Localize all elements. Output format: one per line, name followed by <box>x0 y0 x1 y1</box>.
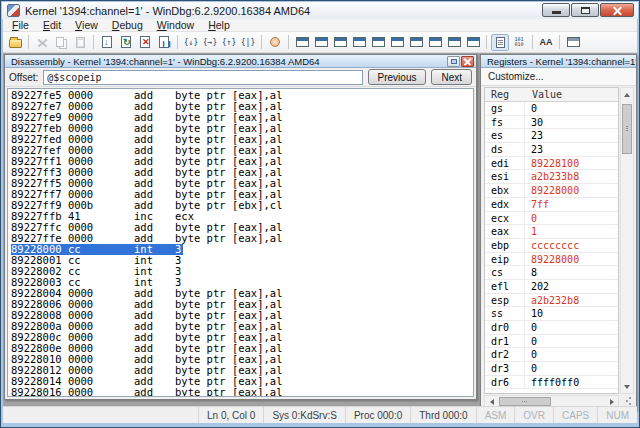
window-icon <box>372 37 385 47</box>
arrow-up-icon <box>624 93 630 97</box>
event-filters-button[interactable] <box>464 34 482 51</box>
register-row-ecx[interactable]: ecx0 <box>485 212 618 226</box>
window-icon <box>391 37 404 47</box>
disassembly-title-bar[interactable]: Disassembly - Kernel '1394:channel=1' - … <box>5 55 476 68</box>
register-row-eax[interactable]: eax1 <box>485 225 618 239</box>
register-name: dr6 <box>485 376 525 389</box>
processes-threads-button[interactable] <box>445 34 463 51</box>
register-row-dr1[interactable]: dr10 <box>485 335 618 349</box>
register-name: dr0 <box>485 321 525 334</box>
register-name: ecx <box>485 212 525 225</box>
disassembly-line[interactable]: 89228016 0000addbyte ptr [eax],al <box>8 387 473 397</box>
scratch-pad-button[interactable] <box>426 34 444 51</box>
toolbar-separator <box>28 35 29 49</box>
register-row-dr3[interactable]: dr30 <box>485 362 618 376</box>
register-row-dr2[interactable]: dr20 <box>485 348 618 362</box>
disassembly-content[interactable]: 89227fe5 0000addbyte ptr [eax],al89227fe… <box>7 88 474 397</box>
toolbar-separator <box>261 35 262 49</box>
register-row-esi[interactable]: esia2b233b8 <box>485 170 618 184</box>
source-mode-on-button[interactable] <box>491 34 509 51</box>
copy-button[interactable] <box>52 34 70 51</box>
menu-help[interactable]: Help <box>201 19 237 31</box>
toolbar-separator <box>486 35 487 49</box>
menu-debug[interactable]: Debug <box>105 19 150 31</box>
step-into-button[interactable]: {↓} <box>182 34 200 51</box>
insert-remove-breakpoint-button[interactable] <box>266 34 284 51</box>
customize-button[interactable]: Customize... <box>488 71 544 82</box>
registers-window-button[interactable] <box>350 34 368 51</box>
menu-view[interactable]: View <box>68 19 105 31</box>
source-mode-off-button[interactable]: 101 010 <box>510 34 528 51</box>
open-source-file-button[interactable] <box>6 34 24 51</box>
status-thrd-000-0: Thrd 000:0 <box>410 407 475 423</box>
locals-window-button[interactable] <box>331 34 349 51</box>
close-icon <box>464 58 471 65</box>
menu-edit[interactable]: Edit <box>36 19 68 31</box>
windbg-app-icon <box>7 4 20 17</box>
register-row-fs[interactable]: fs30 <box>485 116 618 130</box>
run-to-cursor-button[interactable]: {|} <box>239 34 257 51</box>
scroll-up-button[interactable] <box>621 88 633 101</box>
menu-window[interactable]: Window <box>150 19 201 31</box>
register-row-dr0[interactable]: dr00 <box>485 321 618 335</box>
window-icon <box>429 37 442 47</box>
close-icon <box>613 6 622 15</box>
vertical-scrollbar[interactable] <box>620 87 634 394</box>
register-row-cs[interactable]: cs8 <box>485 266 618 280</box>
minimize-button[interactable] <box>542 3 570 17</box>
cut-button[interactable] <box>33 34 51 51</box>
offset-label: Offset: <box>9 72 38 83</box>
disassembly-window-button[interactable] <box>407 34 425 51</box>
scissors-icon <box>37 37 48 48</box>
instruction-operands: byte ptr [eax],al <box>175 386 282 397</box>
scroll-down-button[interactable] <box>621 380 633 393</box>
restart-button[interactable] <box>117 34 135 51</box>
next-button[interactable]: Next <box>431 69 472 85</box>
disassembly-dock-button[interactable] <box>447 56 460 67</box>
registers-title-bar[interactable]: Registers - Kernel '1394:channel=1' - W <box>481 55 636 68</box>
page-icon <box>159 36 169 48</box>
register-row-ds[interactable]: ds23 <box>485 143 618 157</box>
register-row-ebx[interactable]: ebx89228000 <box>485 184 618 198</box>
maximize-button[interactable] <box>571 3 599 17</box>
previous-button[interactable]: Previous <box>368 69 427 85</box>
go-button[interactable] <box>98 34 116 51</box>
register-row-eip[interactable]: eip89228000 <box>485 253 618 267</box>
disassembly-close-button[interactable] <box>461 56 474 67</box>
register-row-efl[interactable]: efl202 <box>485 280 618 294</box>
register-row-gs[interactable]: gs0 <box>485 102 618 116</box>
font-button[interactable]: AA <box>537 34 555 51</box>
toolbar-options-button[interactable] <box>564 34 582 51</box>
break-button[interactable] <box>155 34 173 51</box>
toolbar-separator <box>93 35 94 49</box>
register-row-esp[interactable]: espa2b232b8 <box>485 294 618 308</box>
register-value: 0 <box>525 102 537 115</box>
close-button[interactable] <box>600 3 634 17</box>
toolbar: {↓}{→}{↑}{|}101 010AA <box>3 32 637 53</box>
step-out-button[interactable]: {↑} <box>220 34 238 51</box>
register-value: 0 <box>525 212 537 225</box>
vertical-scroll-thumb[interactable] <box>622 104 632 154</box>
paste-button[interactable] <box>71 34 89 51</box>
register-row-es[interactable]: es23 <box>485 129 618 143</box>
register-row-ebp[interactable]: ebpcccccccc <box>485 239 618 253</box>
offset-input[interactable]: @$scopeip <box>43 70 362 85</box>
menu-file[interactable]: File <box>5 19 36 31</box>
step-over-button[interactable]: {→} <box>201 34 219 51</box>
register-row-ss[interactable]: ss10 <box>485 307 618 321</box>
register-value: 0 <box>525 335 537 348</box>
register-row-dr6[interactable]: dr6ffff0ff0 <box>485 376 618 390</box>
step-icon: {|} <box>241 38 255 47</box>
horizontal-scroll-thumb[interactable] <box>499 397 551 406</box>
stop-debugging-button[interactable] <box>136 34 154 51</box>
register-value: 202 <box>525 280 549 293</box>
register-row-edx[interactable]: edx7ff <box>485 198 618 212</box>
registers-title: Registers - Kernel '1394:channel=1' - W <box>487 56 636 67</box>
register-value: a2b232b8 <box>525 294 579 307</box>
register-value: 0 <box>525 321 537 334</box>
command-window-button[interactable] <box>293 34 311 51</box>
watch-window-button[interactable] <box>312 34 330 51</box>
call-stack-window-button[interactable] <box>388 34 406 51</box>
memory-window-button[interactable] <box>369 34 387 51</box>
register-row-edi[interactable]: edi89228100 <box>485 157 618 171</box>
